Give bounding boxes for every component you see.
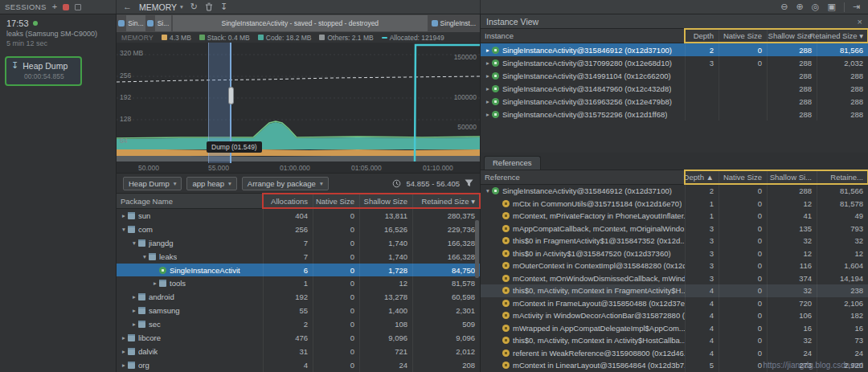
activity-segment[interactable]: Sin... [126,15,145,31]
heap-dump-combo[interactable]: Heap Dump ▾ [123,177,182,190]
expand-arrow[interactable]: ▾ [130,239,138,247]
reference-row[interactable]: mAppCompatCallback, mContext, mOriginalW… [481,223,868,235]
session-duration: 5 min 12 sec [6,39,109,47]
package-row[interactable]: ▾ leaks 7 0 1,740 166,328 [117,250,480,264]
column-header-shallow-size[interactable]: Shallow Size [359,194,412,208]
expand-arrow[interactable]: ▸ [130,307,138,314]
reference-row[interactable]: mContext, mPrivateFactory in PhoneLayout… [481,210,868,223]
activity-segment[interactable]: Si... [155,15,171,31]
heap-scope-combo[interactable]: app heap ▾ [186,177,236,190]
instance-row[interactable]: ▸ SingleInstanceActivity@314991104 (0x12… [481,69,868,82]
filter-icon[interactable] [465,179,473,187]
add-session-icon[interactable]: + [52,2,57,11]
end-session-icon[interactable] [75,4,81,10]
expand-arrow[interactable]: ▸ [484,98,492,105]
activity-segment[interactable]: SingleInst... [429,15,478,31]
reference-row[interactable]: mContext, mOnWindowDismissedCallback, mW… [481,272,868,285]
column-header-reference[interactable]: Reference [481,170,685,184]
instance-row[interactable]: ▸ SingleInstanceActivity@314847960 (0x12… [481,82,868,95]
instance-row[interactable]: ▸ SingleInstanceActivity@315752296 (0x12… [481,108,868,121]
instance-row[interactable]: ▸ SingleInstanceActivity@317099280 (0x12… [481,56,868,69]
package-row[interactable]: ▸ tools 1 0 12 81,578 [117,276,480,290]
package-row[interactable]: ▸ org 4 0 24 208 [117,358,480,372]
expand-arrow[interactable]: ▸ [484,85,492,92]
reference-row[interactable]: mActivity in WindowDecorActionBar@315872… [481,309,868,322]
package-icon [138,321,145,328]
expand-arrow[interactable]: ▸ [120,212,128,219]
expand-arrow[interactable]: ▸ [484,72,492,80]
expand-arrow[interactable]: ▾ [484,187,492,194]
reference-row[interactable]: this$0, mActivity, mContext in Activity$… [481,334,868,347]
expand-arrow[interactable]: ▸ [130,293,138,300]
memory-timeline-chart[interactable]: 320 MB 256 192 128 64 150000 100000 5000… [117,43,480,163]
zoom-in-icon[interactable]: ⊕ [796,2,804,11]
expand-arrow[interactable]: ▸ [484,59,492,67]
activity-segment[interactable]: SingleInstanceActivity - saved - stopped… [173,15,428,31]
arrange-by-combo[interactable]: Arrange by package ▾ [242,177,329,190]
reference-row[interactable]: this$0 in Activity$1@315847520 (0x12d373… [481,247,868,260]
column-header-allocations[interactable]: Allocations [263,194,313,208]
package-row[interactable]: ▸ dalvik 31 0 721 2,012 [117,345,480,358]
tab-references[interactable]: References [484,156,541,170]
column-header-retained-size[interactable]: Retained Size ▾ [817,29,868,43]
package-row[interactable]: ▸ libcore 476 0 9,096 9,096 [117,331,480,345]
package-row[interactable]: ▸ sec 2 0 108 509 [117,317,480,331]
package-row[interactable]: ▸ android 192 0 13,278 60,598 [117,290,480,304]
column-header-instance[interactable]: Instance [481,29,685,43]
package-row[interactable]: ▸ sun 404 0 13,811 280,375 [117,209,480,223]
expand-arrow[interactable]: ▸ [130,321,138,328]
reference-row[interactable]: referent in WeakReference@315908800 (0x1… [481,347,868,360]
column-header-depth[interactable]: Depth ▲ [685,170,719,184]
reference-row[interactable]: mOuterContext in ContextImpl@315848280 (… [481,260,868,272]
capture-heap-dump-icon[interactable]: ↧ [220,2,227,11]
stage-selector[interactable]: MEMORY ▾ [139,2,183,12]
trash-icon[interactable] [205,2,213,11]
expand-arrow[interactable]: ▸ [484,47,492,54]
package-row[interactable]: SingleInstanceActivit 6 0 1,728 84,750 [117,264,480,277]
column-header-native-size[interactable]: Native Size [719,170,767,184]
package-row[interactable]: ▸ samsung 55 0 1,400 2,301 [117,304,480,317]
zoom-to-selection-icon[interactable]: ▣ [827,2,835,11]
column-header-native-size[interactable]: Native Size [719,29,767,43]
expand-arrow[interactable]: ▾ [120,226,128,233]
reset-zoom-icon[interactable]: ◎ [812,2,820,11]
column-header-depth[interactable]: Depth [685,29,719,43]
reference-row[interactable]: mWrapped in AppCompatDelegateImpl$AppCom… [481,322,868,335]
expand-arrow[interactable]: ▾ [141,253,149,260]
expand-arrow[interactable]: ▸ [151,280,159,287]
reference-row[interactable]: mCtx in CommonUtils@315715184 (0x12d16e7… [481,198,868,211]
package-row[interactable]: ▾ jiangdg 7 0 1,740 166,328 [117,236,480,250]
force-gc-icon[interactable]: ↻ [190,2,198,11]
stop-recording-icon[interactable] [63,4,69,10]
instance-row[interactable]: ▸ SingleInstanceActivity@315846912 (0x12… [481,43,868,56]
column-header-retained-size[interactable]: Retaine... [817,170,868,184]
selection-handle[interactable] [228,87,234,104]
instance-row[interactable]: ▸ SingleInstanceActivity@316963256 (0x12… [481,95,868,108]
close-icon[interactable]: × [858,17,862,27]
back-arrow-icon[interactable]: ← [123,2,132,11]
depth-value [685,108,719,121]
native-size-value: 0 [719,260,767,272]
reference-row[interactable]: this$0 in FragmentActivity$1@315847352 (… [481,235,868,247]
column-header-package-name[interactable]: Package Name [117,194,263,208]
expand-arrow[interactable]: ▸ [120,348,128,355]
session-item[interactable]: 17:53 leaks (Samsung SM-C9000) 5 min 12 … [0,14,116,50]
reference-row[interactable]: ▾ SingleInstanceActivity@315846912 (0x12… [481,185,868,198]
legend-label: Stack: 0.4 MB [207,34,250,42]
shallow-size-value: 41 [767,210,817,223]
package-row[interactable]: ▾ com 256 0 16,526 229,736 [117,223,480,236]
heap-dump-session-item[interactable]: ↧ Heap Dump 00:00:54.855 [5,56,82,86]
expand-arrow[interactable]: ▸ [120,362,128,369]
y-axis-label: 192 [120,93,131,101]
zoom-out-icon[interactable]: ⊖ [780,2,788,11]
column-header-retained-size[interactable]: Retained Size ▾ [412,194,480,208]
expand-arrow[interactable]: ▸ [484,111,492,118]
column-header-shallow-size[interactable]: Shallow Si... [767,170,817,184]
column-header-native-size[interactable]: Native Size [313,194,359,208]
reference-row[interactable]: this$0, mActivity, mContext in FragmentA… [481,284,868,297]
reference-row[interactable]: mContext in FrameLayout@315850488 (0x12d… [481,297,868,310]
expand-arrow[interactable]: ▸ [120,334,128,341]
go-live-icon[interactable]: ⇥ [853,2,860,11]
scrollbar-thumb[interactable] [475,220,479,278]
field-icon [502,350,510,357]
